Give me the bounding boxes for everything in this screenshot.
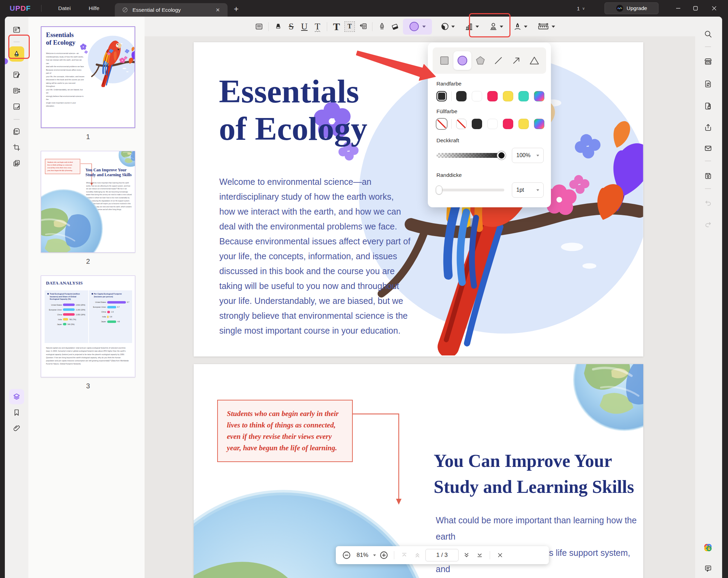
- page-thumbnail-1[interactable]: Essentialsof Ecology Welcome to environm…: [41, 26, 135, 128]
- fill-color-swatch[interactable]: [518, 119, 529, 129]
- text-box-tool-button[interactable]: T: [343, 20, 356, 34]
- menu-datei[interactable]: Datei: [49, 5, 80, 11]
- feedback-button[interactable]: [700, 561, 716, 576]
- legend-marker: [47, 293, 49, 295]
- search-button[interactable]: [700, 26, 716, 42]
- document-tab[interactable]: Essential of Ecology ✕: [115, 3, 228, 17]
- page-tools-button[interactable]: [9, 124, 24, 139]
- underline-tool-button[interactable]: U: [298, 20, 311, 34]
- border-color-swatch-selected[interactable]: [436, 91, 447, 101]
- chevron-down-icon[interactable]: [451, 26, 455, 28]
- undo-button-disabled[interactable]: [700, 195, 716, 210]
- signature-tool-button[interactable]: [511, 20, 524, 34]
- snapshot-button[interactable]: [9, 156, 24, 171]
- attachment-button[interactable]: [9, 421, 24, 436]
- page-thumbnail-2[interactable]: Students who can begin early in their li…: [41, 151, 135, 253]
- window-close-button[interactable]: [706, 0, 722, 17]
- thumb2-title: You Can Improve YourStudy and Learning S…: [85, 168, 132, 178]
- border-color-swatch[interactable]: [456, 91, 467, 101]
- border-width-slider-thumb[interactable]: [436, 186, 442, 195]
- last-page-button[interactable]: [474, 549, 485, 561]
- opacity-slider[interactable]: [436, 153, 504, 158]
- bookmark-icon: [12, 408, 21, 417]
- edit-pdf-button[interactable]: [9, 67, 24, 82]
- tab-close-icon[interactable]: ✕: [213, 6, 223, 15]
- typewriter-tool-button[interactable]: [356, 20, 369, 34]
- protect-button[interactable]: [700, 98, 716, 114]
- layers-button[interactable]: [9, 389, 24, 404]
- menu-hilfe[interactable]: Hilfe: [80, 5, 108, 11]
- eraser-tool-button[interactable]: [388, 20, 402, 34]
- new-tab-button[interactable]: +: [234, 4, 239, 14]
- tab-count-dropdown[interactable]: 1 ∨: [577, 0, 585, 17]
- squiggly-underline-tool-button[interactable]: T: [311, 20, 324, 34]
- fill-color-swatch[interactable]: [472, 119, 482, 129]
- sticky-note-icon: [255, 22, 264, 31]
- highlight-tool-button[interactable]: [271, 20, 285, 34]
- border-color-swatch-rainbow[interactable]: [534, 91, 544, 101]
- border-color-swatch[interactable]: [472, 91, 482, 101]
- fill-color-swatch[interactable]: [487, 119, 498, 129]
- first-page-button[interactable]: [399, 549, 409, 561]
- opacity-dropdown[interactable]: 100%: [512, 148, 544, 163]
- fill-tool-button[interactable]: [438, 20, 451, 34]
- ocr-button[interactable]: OCR: [700, 54, 716, 69]
- next-page-button[interactable]: [461, 549, 472, 561]
- page-thumbnail-3[interactable]: DATA ANALYSIS Total Ecological Footprint…: [41, 276, 135, 377]
- close-dock-button[interactable]: [495, 549, 505, 561]
- fill-color-swatch-rainbow[interactable]: [534, 119, 544, 129]
- note-tool-button[interactable]: [252, 20, 266, 34]
- redo-button-disabled[interactable]: [700, 217, 716, 232]
- triangle-shape-button[interactable]: [525, 51, 543, 70]
- rail-divider: [705, 46, 711, 47]
- page2-quote-box: Students who can begin early in their li…: [217, 400, 353, 462]
- page2-earth-globe: [194, 488, 434, 578]
- border-width-slider[interactable]: [436, 189, 504, 191]
- share-button[interactable]: [700, 120, 716, 135]
- mail-icon: [704, 144, 712, 153]
- triangle-icon: [529, 56, 540, 65]
- zoom-dropdown-caret[interactable]: [373, 554, 376, 556]
- form-pencil-icon: [12, 102, 21, 111]
- previous-page-button[interactable]: [412, 549, 423, 561]
- organize-pages-button[interactable]: [9, 83, 24, 98]
- email-button[interactable]: [700, 141, 716, 156]
- border-color-swatch[interactable]: [503, 91, 513, 101]
- thumb2-page-number: 2: [41, 258, 135, 265]
- crop-button[interactable]: [9, 140, 24, 155]
- pentagon-shape-button[interactable]: [471, 51, 489, 70]
- chevron-down-icon[interactable]: [524, 26, 527, 28]
- line-shape-button[interactable]: [489, 51, 507, 70]
- updf-app-window: UPDF Datei Hilfe Essential of Ecology ✕ …: [0, 0, 728, 578]
- measure-tool-button[interactable]: [535, 20, 552, 34]
- window-minimize-button[interactable]: [670, 0, 686, 17]
- save-button[interactable]: [700, 168, 716, 183]
- document-viewport[interactable]: Essentials of Ecology Welcome to environ…: [145, 36, 695, 578]
- opacity-slider-thumb[interactable]: [497, 151, 506, 160]
- fill-color-swatch-none-selected[interactable]: [436, 119, 447, 129]
- chevron-down-icon[interactable]: [552, 26, 555, 28]
- zoom-in-button[interactable]: [379, 549, 389, 561]
- chevron-down-icon: [536, 155, 539, 156]
- ai-assistant-button[interactable]: [700, 540, 716, 555]
- circle-shape-button-selected[interactable]: [453, 51, 471, 70]
- arrow-shape-button[interactable]: [507, 51, 525, 70]
- window-maximize-button[interactable]: [688, 0, 703, 17]
- page-number-input[interactable]: 1 / 3: [425, 549, 459, 561]
- bookmark-button[interactable]: [9, 405, 24, 420]
- page2-title: You Can Improve Your Study and Learning …: [434, 448, 634, 500]
- border-color-swatch[interactable]: [487, 91, 498, 101]
- fill-color-swatch[interactable]: [503, 119, 513, 129]
- border-width-dropdown[interactable]: 1pt: [512, 182, 544, 198]
- pencil-tool-button[interactable]: [375, 20, 388, 34]
- fill-color-swatch-none[interactable]: [456, 119, 467, 129]
- upgrade-button[interactable]: Upgrade: [605, 2, 658, 14]
- strikethrough-tool-button[interactable]: S: [285, 20, 298, 34]
- circle-shape-icon: [409, 22, 419, 31]
- text-tool-button[interactable]: T: [330, 20, 343, 34]
- fill-sign-button[interactable]: [9, 99, 24, 114]
- shapes-tool-button-active[interactable]: [403, 19, 432, 35]
- convert-button[interactable]: [700, 76, 716, 91]
- zoom-out-button[interactable]: [341, 549, 352, 561]
- border-color-swatch[interactable]: [518, 91, 529, 101]
